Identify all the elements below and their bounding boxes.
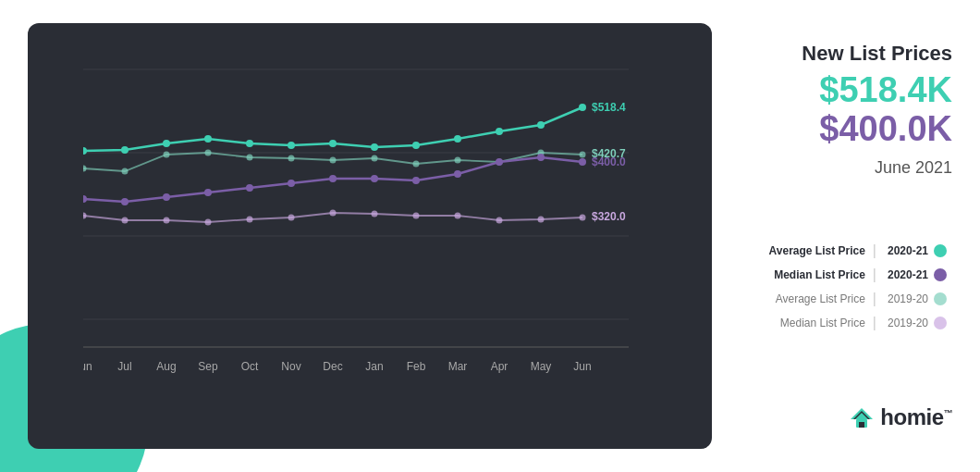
dot-avg21-7 xyxy=(329,140,337,147)
legend-item-med21: Median List Price | 2020-21 xyxy=(730,267,952,283)
dot-med20-2 xyxy=(122,217,129,224)
x-sep: Sep xyxy=(198,360,218,373)
section-title: New List Prices xyxy=(802,42,952,66)
dot-avg20-2 xyxy=(122,168,129,175)
dot-avg20-3 xyxy=(164,152,170,158)
x-jun2: Jun xyxy=(573,360,591,373)
dot-avg21-11 xyxy=(496,128,503,135)
dot-med20-12 xyxy=(538,217,545,223)
dot-med20-7 xyxy=(330,210,337,217)
legend-div1: | xyxy=(873,242,876,259)
dot-avg20-1 xyxy=(83,166,87,172)
dot-avg20-8 xyxy=(372,155,378,162)
dot-med21-10 xyxy=(454,170,461,178)
x-nov: Nov xyxy=(281,360,300,373)
legend-div4: | xyxy=(873,315,876,331)
legend-dot-avg21 xyxy=(934,244,947,257)
chart-panel: $600 $400 $200 $0 Jun Jul Aug Sep Oct No… xyxy=(28,23,712,449)
homie-tm: ™ xyxy=(944,408,953,418)
x-may: May xyxy=(531,360,552,373)
dot-med20-6 xyxy=(288,215,295,221)
dot-med21-2 xyxy=(121,198,129,205)
dot-avg20-10 xyxy=(455,157,461,164)
dot-med21-11 xyxy=(496,158,503,166)
dot-med21-6 xyxy=(288,180,295,187)
legend-label-avg21: Average List Price xyxy=(769,244,865,257)
legend-label-med20: Median List Price xyxy=(780,317,865,329)
legend-item-med20: Median List Price | 2019-20 xyxy=(730,315,952,331)
legend-year-avg21: 2020-21 xyxy=(884,244,928,257)
end-label-avg21: $518.4 xyxy=(592,101,626,114)
price-teal: $518.4K xyxy=(802,71,952,110)
dot-med20-3 xyxy=(164,217,170,224)
dot-avg21-8 xyxy=(371,143,378,151)
dot-avg21-10 xyxy=(454,135,461,143)
dot-avg21-9 xyxy=(412,142,420,149)
svg-rect-8 xyxy=(859,422,864,428)
homie-text: homie™ xyxy=(880,404,952,430)
dot-med21-9 xyxy=(412,177,420,184)
x-jan: Jan xyxy=(365,360,383,373)
chart-svg: $600 $400 $200 $0 Jun Jul Aug Sep Oct No… xyxy=(83,51,684,403)
legend-div3: | xyxy=(873,291,876,307)
x-mar: Mar xyxy=(448,360,468,373)
main-container: $600 $400 $200 $0 Jun Jul Aug Sep Oct No… xyxy=(0,0,980,472)
dot-avg21-13 xyxy=(579,104,586,111)
dot-med20-11 xyxy=(496,217,503,224)
date-label: June 2021 xyxy=(802,158,952,178)
legend-area: Average List Price | 2020-21 Median List… xyxy=(730,242,952,339)
homie-logo: homie™ xyxy=(849,404,952,430)
dot-med20-1 xyxy=(83,213,87,219)
dot-med20-5 xyxy=(247,217,253,223)
legend-div2: | xyxy=(873,267,876,283)
legend-item-avg20: Average List Price | 2019-20 xyxy=(730,291,952,307)
dot-avg21-2 xyxy=(121,146,129,154)
dot-med21-13 xyxy=(579,158,586,166)
dot-avg20-4 xyxy=(205,150,212,156)
legend-dot-med20 xyxy=(934,317,947,329)
dot-med21-4 xyxy=(204,189,212,196)
dot-med21-12 xyxy=(537,154,545,161)
dot-avg21-3 xyxy=(163,140,170,147)
end-label-med20: $320.0 xyxy=(592,210,626,223)
legend-label-avg20: Average List Price xyxy=(776,292,865,305)
dot-avg21-5 xyxy=(246,140,253,147)
dot-avg21-12 xyxy=(537,121,545,129)
dot-med21-5 xyxy=(246,184,253,192)
dot-med21-3 xyxy=(163,193,170,201)
price-purple: $400.0K xyxy=(802,110,952,149)
price-summary: New List Prices $518.4K $400.0K June 202… xyxy=(802,42,952,178)
dot-med21-1 xyxy=(83,195,87,203)
dot-avg21-6 xyxy=(288,142,295,149)
homie-logo-icon xyxy=(849,404,875,430)
legend-item-avg21: Average List Price | 2020-21 xyxy=(730,242,952,259)
dot-avg20-6 xyxy=(288,155,295,162)
dot-avg20-5 xyxy=(247,155,253,161)
end-label-med21: $400.0 xyxy=(592,155,626,168)
dot-med20-10 xyxy=(455,213,461,219)
legend-dot-med21 xyxy=(934,268,947,281)
legend-year-avg20: 2019-20 xyxy=(884,292,928,305)
dot-med20-8 xyxy=(372,211,378,217)
dot-avg20-9 xyxy=(413,161,420,168)
legend-year-med21: 2020-21 xyxy=(884,268,928,281)
x-feb: Feb xyxy=(407,360,426,373)
dot-med20-4 xyxy=(205,219,212,226)
right-panel: New List Prices $518.4K $400.0K June 202… xyxy=(712,23,980,449)
x-aug: Aug xyxy=(156,360,176,373)
dot-med20-9 xyxy=(413,213,420,219)
legend-year-med20: 2019-20 xyxy=(884,317,928,329)
dot-avg20-7 xyxy=(330,157,337,164)
x-dec: Dec xyxy=(323,360,342,373)
legend-label-med21: Median List Price xyxy=(774,268,865,281)
dot-avg21-1 xyxy=(83,147,87,155)
dot-med21-7 xyxy=(329,175,337,182)
dot-avg21-4 xyxy=(204,135,212,143)
dot-med21-8 xyxy=(371,175,378,182)
x-oct: Oct xyxy=(241,360,259,373)
x-apr: Apr xyxy=(491,360,508,373)
legend-dot-avg20 xyxy=(934,292,947,305)
dot-med20-13 xyxy=(580,215,586,221)
x-jun1: Jun xyxy=(83,360,92,373)
x-jul: Jul xyxy=(117,360,131,373)
